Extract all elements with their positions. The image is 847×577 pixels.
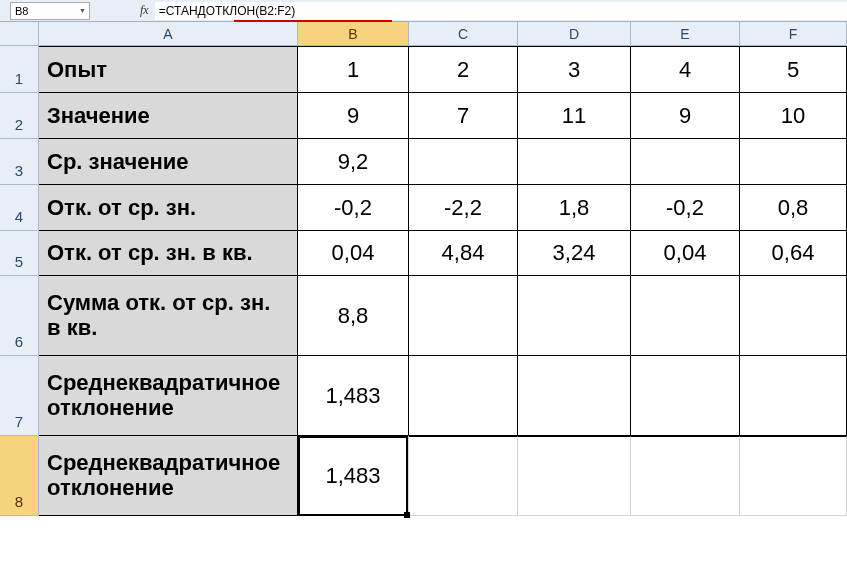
cell-D6[interactable] — [518, 276, 631, 356]
column-headers: A B C D E F — [0, 22, 847, 46]
cell-F8[interactable] — [740, 436, 847, 516]
spreadsheet-grid: A B C D E F 1 Опыт 1 2 3 4 5 2 Значение … — [0, 22, 847, 516]
cell-B1[interactable]: 1 — [298, 46, 409, 93]
cell-B2[interactable]: 9 — [298, 93, 409, 139]
cell-D5[interactable]: 3,24 — [518, 231, 631, 276]
table-row: 8 Среднеквадратичное отклонение 1,483 — [0, 436, 847, 516]
cell-B5[interactable]: 0,04 — [298, 231, 409, 276]
cell-A3[interactable]: Ср. значение — [39, 139, 298, 185]
table-row: 5 Отк. от ср. зн. в кв. 0,04 4,84 3,24 0… — [0, 231, 847, 276]
cell-E3[interactable] — [631, 139, 740, 185]
cell-D4[interactable]: 1,8 — [518, 185, 631, 231]
select-all-corner[interactable] — [0, 22, 39, 46]
table-row: 2 Значение 9 7 11 9 10 — [0, 93, 847, 139]
table-row: 7 Среднеквадратичное отклонение 1,483 — [0, 356, 847, 436]
cell-C1[interactable]: 2 — [409, 46, 518, 93]
cell-F5[interactable]: 0,64 — [740, 231, 847, 276]
cell-A4[interactable]: Отк. от ср. зн. — [39, 185, 298, 231]
cell-D2[interactable]: 11 — [518, 93, 631, 139]
cell-B3[interactable]: 9,2 — [298, 139, 409, 185]
cell-C2[interactable]: 7 — [409, 93, 518, 139]
cell-A8[interactable]: Среднеквадратичное отклонение — [39, 436, 298, 516]
name-box-value: B8 — [15, 5, 28, 17]
cell-C8[interactable] — [409, 436, 518, 516]
table-row: 4 Отк. от ср. зн. -0,2 -2,2 1,8 -0,2 0,8 — [0, 185, 847, 231]
cell-C7[interactable] — [409, 356, 518, 436]
cell-F6[interactable] — [740, 276, 847, 356]
cell-A6[interactable]: Сумма отк. от ср. зн. в кв. — [39, 276, 298, 356]
cell-C6[interactable] — [409, 276, 518, 356]
cell-F3[interactable] — [740, 139, 847, 185]
cell-B6[interactable]: 8,8 — [298, 276, 409, 356]
name-box[interactable]: B8 — [10, 2, 90, 20]
col-header-C[interactable]: C — [409, 22, 518, 46]
table-row: 3 Ср. значение 9,2 — [0, 139, 847, 185]
col-header-A[interactable]: A — [39, 22, 298, 46]
row-header-8[interactable]: 8 — [0, 436, 39, 516]
fx-icon[interactable]: fx — [140, 3, 149, 18]
col-header-B[interactable]: B — [298, 22, 409, 46]
cell-F7[interactable] — [740, 356, 847, 436]
cell-F4[interactable]: 0,8 — [740, 185, 847, 231]
cell-E8[interactable] — [631, 436, 740, 516]
cell-E5[interactable]: 0,04 — [631, 231, 740, 276]
formula-text: =СТАНДОТКЛОН(B2:F2) — [159, 4, 296, 18]
cell-E4[interactable]: -0,2 — [631, 185, 740, 231]
table-row: 6 Сумма отк. от ср. зн. в кв. 8,8 — [0, 276, 847, 356]
col-header-F[interactable]: F — [740, 22, 847, 46]
cell-E2[interactable]: 9 — [631, 93, 740, 139]
cell-C3[interactable] — [409, 139, 518, 185]
cell-B4[interactable]: -0,2 — [298, 185, 409, 231]
row-header-6[interactable]: 6 — [0, 276, 39, 356]
cell-E7[interactable] — [631, 356, 740, 436]
table-row: 1 Опыт 1 2 3 4 5 — [0, 46, 847, 93]
cell-D7[interactable] — [518, 356, 631, 436]
cell-D3[interactable] — [518, 139, 631, 185]
cell-E6[interactable] — [631, 276, 740, 356]
formula-bar: B8 fx =СТАНДОТКЛОН(B2:F2) — [0, 0, 847, 22]
cell-A5[interactable]: Отк. от ср. зн. в кв. — [39, 231, 298, 276]
formula-highlight-underline — [234, 20, 392, 22]
row-header-1[interactable]: 1 — [0, 46, 39, 93]
cell-B8[interactable]: 1,483 — [298, 436, 409, 516]
row-header-4[interactable]: 4 — [0, 185, 39, 231]
cell-E1[interactable]: 4 — [631, 46, 740, 93]
row-header-5[interactable]: 5 — [0, 231, 39, 276]
col-header-E[interactable]: E — [631, 22, 740, 46]
formula-input[interactable]: =СТАНДОТКЛОН(B2:F2) — [155, 2, 847, 20]
row-header-7[interactable]: 7 — [0, 356, 39, 436]
cell-B7[interactable]: 1,483 — [298, 356, 409, 436]
cell-A1[interactable]: Опыт — [39, 46, 298, 93]
row-header-2[interactable]: 2 — [0, 93, 39, 139]
cell-C5[interactable]: 4,84 — [409, 231, 518, 276]
cell-C4[interactable]: -2,2 — [409, 185, 518, 231]
cell-D8[interactable] — [518, 436, 631, 516]
cell-F1[interactable]: 5 — [740, 46, 847, 93]
row-header-3[interactable]: 3 — [0, 139, 39, 185]
col-header-D[interactable]: D — [518, 22, 631, 46]
cell-A2[interactable]: Значение — [39, 93, 298, 139]
cell-D1[interactable]: 3 — [518, 46, 631, 93]
cell-A7[interactable]: Среднеквадратичное отклонение — [39, 356, 298, 436]
cell-F2[interactable]: 10 — [740, 93, 847, 139]
